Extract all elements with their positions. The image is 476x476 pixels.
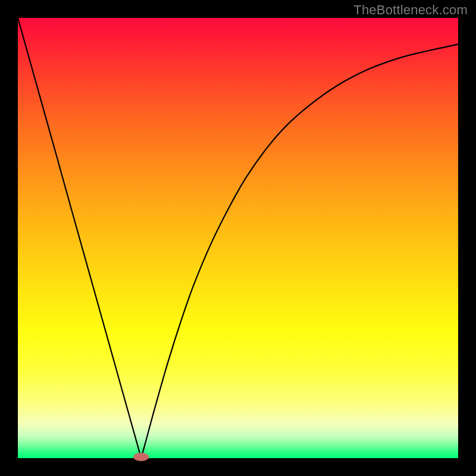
watermark-text: TheBottleneck.com (353, 2, 468, 18)
chart-frame: TheBottleneck.com (0, 0, 476, 476)
chart-svg (18, 18, 458, 458)
minimum-marker (133, 453, 149, 461)
bottleneck-curve (18, 18, 458, 458)
chart-plot-area (18, 18, 458, 458)
